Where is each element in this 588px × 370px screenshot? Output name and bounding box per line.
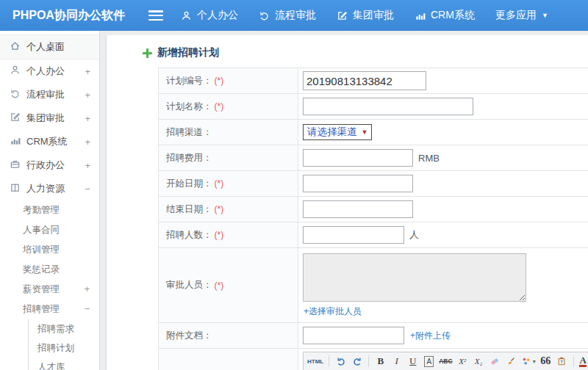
expand-toggle[interactable]: + — [85, 137, 90, 148]
sidebar-subitem-label: 招聘管理 — [23, 300, 60, 319]
briefcase-icon — [10, 159, 21, 172]
required-mark: (*) — [215, 280, 224, 291]
headcount-unit-label: 人 — [409, 228, 419, 242]
sidebar-subitem-rewards[interactable]: 奖惩记录 — [0, 260, 99, 280]
expand-toggle[interactable]: + — [85, 66, 90, 77]
sidebar-item-admin-office[interactable]: 行政办公 + — [0, 153, 99, 177]
sidebar-item-label: 个人办公 — [26, 65, 65, 78]
start-date-input[interactable] — [303, 175, 413, 192]
sidebar-item-label: 个人桌面 — [26, 40, 65, 54]
html-source-button[interactable]: HTML — [306, 355, 324, 368]
required-mark: (*) — [215, 178, 224, 189]
page-title: 新增招聘计划 — [107, 35, 588, 68]
recruitment-plan-form: 计划编号： (*) 计划名称： (*) 招聘渠道： 请选择渠道 — [158, 68, 588, 370]
expand-toggle[interactable]: + — [85, 280, 99, 300]
edit-icon — [337, 10, 348, 21]
plan-number-input[interactable] — [303, 71, 426, 90]
nav-item-more-apps[interactable]: 更多应用 ▼ — [495, 9, 548, 22]
field-value — [298, 171, 588, 196]
char-border-button[interactable]: A — [424, 356, 434, 367]
font-color-glyph: A — [579, 356, 586, 367]
approvers-textarea[interactable] — [303, 253, 526, 302]
field-value: +选择审批人员 — [298, 248, 588, 322]
sidebar-subsubitem-talent-pool[interactable]: 人才库 — [29, 358, 99, 370]
attachment-upload-link[interactable]: +附件上传 — [410, 330, 451, 342]
sidebar-subsubitem-recruit-plan[interactable]: 招聘计划 — [29, 338, 99, 358]
form-row-channel: 招聘渠道： 请选择渠道 ▼ — [159, 120, 588, 145]
editor-toolbar-row1: HTML B I U A ABC X² — [304, 352, 588, 370]
italic-button[interactable]: I — [390, 355, 404, 368]
underline-button[interactable]: U — [406, 355, 420, 368]
sidebar-subitem-attendance[interactable]: 考勤管理 — [0, 200, 99, 220]
edit-icon — [10, 112, 21, 125]
field-value — [298, 94, 588, 119]
field-value: HTML B I U A ABC X² — [298, 349, 588, 370]
field-value: RMB — [298, 145, 588, 170]
field-label-text: 招聘人数： — [166, 229, 212, 242]
menu-toggle-icon[interactable] — [148, 10, 163, 21]
expand-toggle[interactable]: + — [85, 160, 90, 171]
sidebar-subitem-label: 考勤管理 — [23, 200, 60, 220]
sidebar-subitem-recruitment[interactable]: 招聘管理 − — [0, 300, 99, 319]
field-label-text: 招聘费用： — [166, 152, 212, 164]
form-row-fee: 招聘费用： RMB — [159, 145, 588, 171]
sidebar-subsubitem-label: 招聘需求 — [37, 324, 74, 334]
format-brush-icon[interactable] — [504, 355, 518, 368]
field-label: 计划名称： (*) — [159, 94, 298, 119]
select-approvers-link[interactable]: +选择审批人员 — [304, 305, 362, 318]
add-plus-icon — [143, 48, 152, 58]
auto-typeset-icon[interactable]: ▾ — [520, 355, 537, 368]
caret-down-icon: ▼ — [362, 129, 368, 136]
blockquote-button[interactable]: 66 — [539, 355, 553, 368]
nav-item-group-approval[interactable]: 集团审批 — [337, 9, 394, 22]
bold-button[interactable]: B — [373, 355, 387, 368]
svg-text:T: T — [560, 359, 563, 364]
attachment-input[interactable] — [303, 327, 404, 344]
subscript-button[interactable]: X₂ — [472, 355, 486, 368]
user-icon — [10, 65, 21, 78]
sidebar-item-group-approval[interactable]: 集团审批 + — [0, 106, 99, 130]
toolbar-separator — [368, 355, 369, 367]
form-row-headcount: 招聘人数： (*) 人 — [159, 222, 588, 248]
expand-toggle[interactable]: + — [85, 113, 90, 124]
nav-item-process-approval[interactable]: 流程审批 — [259, 9, 316, 22]
sidebar-subitem-training[interactable]: 培训管理 — [0, 240, 99, 260]
user-icon — [181, 10, 192, 21]
form-row-end-date: 结束日期： (*) — [159, 197, 588, 222]
field-value: +附件上传 — [298, 323, 588, 348]
sidebar-item-desktop[interactable]: 个人桌面 — [0, 35, 99, 59]
headcount-input[interactable] — [303, 226, 404, 244]
sidebar-subitem-label: 培训管理 — [23, 240, 60, 260]
redo-icon[interactable] — [350, 355, 364, 368]
eraser-icon[interactable] — [488, 355, 502, 368]
nav-item-personal-office[interactable]: 个人办公 — [181, 9, 238, 22]
sidebar-subitem-label: 薪资管理 — [23, 280, 60, 300]
form-row-plan-name: 计划名称： (*) — [159, 94, 588, 120]
field-value — [298, 197, 588, 222]
sidebar-item-process-approval[interactable]: 流程审批 + — [0, 83, 99, 106]
plan-name-input[interactable] — [303, 98, 473, 115]
superscript-button[interactable]: X² — [456, 355, 470, 368]
undo-icon[interactable] — [334, 355, 348, 368]
toolbar-separator — [329, 355, 329, 367]
sidebar-item-hr[interactable]: 人力资源 − — [0, 177, 99, 200]
collapse-toggle[interactable]: − — [85, 300, 99, 319]
channel-select[interactable]: 请选择渠道 ▼ — [303, 124, 372, 140]
nav-item-crm[interactable]: CRM系统 — [415, 9, 475, 22]
sidebar-item-label: 人力资源 — [26, 182, 65, 195]
top-navbar: PHPOA协同办公软件 个人办公 流程审批 集团审批 CRM系统 — [0, 0, 588, 31]
sidebar-subitem-hr-contract[interactable]: 人事合同 — [0, 220, 99, 240]
fee-input[interactable] — [303, 149, 413, 167]
strikethrough-button[interactable]: ABC — [438, 355, 453, 368]
collapse-toggle[interactable]: − — [85, 184, 90, 195]
expand-toggle[interactable]: + — [85, 90, 90, 101]
sidebar-subitem-salary[interactable]: 薪资管理 + — [0, 280, 99, 300]
font-color-button[interactable]: A ▾ — [578, 355, 588, 368]
sidebar-subsubitem-recruit-demand[interactable]: 招聘需求 — [29, 319, 99, 338]
nav-item-label: 集团审批 — [353, 9, 394, 22]
field-label-text: 计划编号： — [166, 75, 212, 87]
sidebar-item-personal-office[interactable]: 个人办公 + — [0, 59, 99, 83]
sidebar-item-crm[interactable]: CRM系统 + — [0, 130, 99, 153]
end-date-input[interactable] — [303, 200, 413, 218]
paste-text-icon[interactable]: T — [555, 355, 569, 368]
